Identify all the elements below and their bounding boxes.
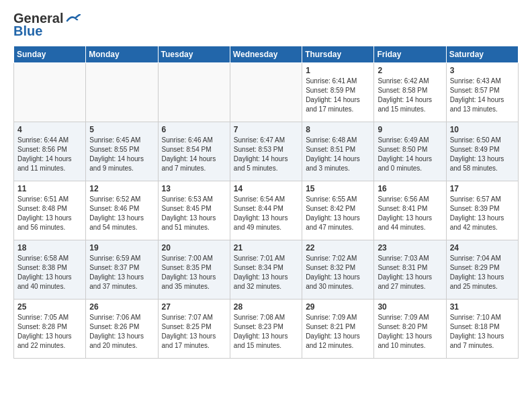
calendar-cell: 28Sunrise: 7:08 AMSunset: 8:23 PMDayligh… bbox=[230, 300, 302, 359]
calendar-cell: 18Sunrise: 6:58 AMSunset: 8:38 PMDayligh… bbox=[14, 240, 86, 300]
day-info: Sunrise: 7:01 AMSunset: 8:34 PMDaylight:… bbox=[234, 254, 298, 291]
calendar-week-row: 25Sunrise: 7:05 AMSunset: 8:28 PMDayligh… bbox=[14, 300, 519, 359]
calendar-cell: 3Sunrise: 6:43 AMSunset: 8:57 PMDaylight… bbox=[446, 63, 518, 122]
weekday-header-row: SundayMondayTuesdayWednesdayThursdayFrid… bbox=[14, 46, 519, 63]
day-number: 24 bbox=[450, 243, 515, 253]
day-number: 4 bbox=[17, 125, 82, 134]
day-number: 7 bbox=[234, 125, 298, 134]
day-number: 14 bbox=[234, 184, 298, 193]
calendar-week-row: 11Sunrise: 6:51 AMSunset: 8:48 PMDayligh… bbox=[14, 181, 519, 240]
calendar-cell: 2Sunrise: 6:42 AMSunset: 8:58 PMDaylight… bbox=[374, 63, 446, 122]
calendar-cell: 26Sunrise: 7:06 AMSunset: 8:26 PMDayligh… bbox=[86, 300, 158, 359]
day-info: Sunrise: 7:09 AMSunset: 8:20 PMDaylight:… bbox=[378, 313, 442, 351]
day-number: 29 bbox=[306, 302, 370, 312]
day-number: 26 bbox=[89, 302, 154, 312]
page-header: General Blue bbox=[13, 11, 519, 39]
day-number: 3 bbox=[450, 66, 515, 75]
day-info: Sunrise: 6:57 AMSunset: 8:39 PMDaylight:… bbox=[450, 195, 515, 232]
calendar-cell: 31Sunrise: 7:10 AMSunset: 8:18 PMDayligh… bbox=[446, 300, 518, 359]
day-number: 12 bbox=[89, 184, 154, 193]
day-number: 19 bbox=[89, 243, 154, 253]
day-info: Sunrise: 7:06 AMSunset: 8:26 PMDaylight:… bbox=[89, 313, 154, 351]
calendar-week-row: 1Sunrise: 6:41 AMSunset: 8:59 PMDaylight… bbox=[14, 63, 519, 122]
calendar-cell: 8Sunrise: 6:48 AMSunset: 8:51 PMDaylight… bbox=[302, 122, 374, 181]
weekday-header-friday: Friday bbox=[374, 46, 446, 63]
day-number: 21 bbox=[234, 243, 298, 253]
day-number: 25 bbox=[17, 302, 82, 312]
weekday-header-tuesday: Tuesday bbox=[158, 46, 230, 63]
weekday-header-thursday: Thursday bbox=[302, 46, 374, 63]
day-info: Sunrise: 7:08 AMSunset: 8:23 PMDaylight:… bbox=[234, 313, 298, 351]
calendar-cell: 5Sunrise: 6:45 AMSunset: 8:55 PMDaylight… bbox=[86, 122, 158, 181]
calendar-cell: 9Sunrise: 6:49 AMSunset: 8:50 PMDaylight… bbox=[374, 122, 446, 181]
day-number: 22 bbox=[306, 243, 370, 253]
day-info: Sunrise: 7:00 AMSunset: 8:35 PMDaylight:… bbox=[162, 254, 226, 291]
day-info: Sunrise: 6:59 AMSunset: 8:37 PMDaylight:… bbox=[89, 254, 154, 291]
calendar-cell: 21Sunrise: 7:01 AMSunset: 8:34 PMDayligh… bbox=[230, 240, 302, 300]
calendar-cell: 29Sunrise: 7:09 AMSunset: 8:21 PMDayligh… bbox=[302, 300, 374, 359]
day-info: Sunrise: 6:49 AMSunset: 8:50 PMDaylight:… bbox=[378, 136, 442, 173]
calendar-cell: 25Sunrise: 7:05 AMSunset: 8:28 PMDayligh… bbox=[14, 300, 86, 359]
weekday-header-saturday: Saturday bbox=[446, 46, 518, 63]
calendar-cell: 20Sunrise: 7:00 AMSunset: 8:35 PMDayligh… bbox=[158, 240, 230, 300]
day-info: Sunrise: 7:04 AMSunset: 8:29 PMDaylight:… bbox=[450, 254, 515, 291]
day-number: 13 bbox=[162, 184, 226, 193]
weekday-header-monday: Monday bbox=[86, 46, 158, 63]
calendar-cell: 24Sunrise: 7:04 AMSunset: 8:29 PMDayligh… bbox=[446, 240, 518, 300]
day-number: 15 bbox=[306, 184, 370, 193]
day-info: Sunrise: 7:10 AMSunset: 8:18 PMDaylight:… bbox=[450, 313, 515, 351]
day-number: 5 bbox=[89, 125, 154, 134]
day-info: Sunrise: 7:03 AMSunset: 8:31 PMDaylight:… bbox=[378, 254, 442, 291]
calendar-cell bbox=[158, 63, 230, 122]
calendar-week-row: 18Sunrise: 6:58 AMSunset: 8:38 PMDayligh… bbox=[14, 240, 519, 300]
calendar-cell: 10Sunrise: 6:50 AMSunset: 8:49 PMDayligh… bbox=[446, 122, 518, 181]
day-info: Sunrise: 6:52 AMSunset: 8:46 PMDaylight:… bbox=[89, 195, 154, 232]
day-info: Sunrise: 7:07 AMSunset: 8:25 PMDaylight:… bbox=[162, 313, 226, 351]
day-info: Sunrise: 6:50 AMSunset: 8:49 PMDaylight:… bbox=[450, 136, 515, 173]
day-info: Sunrise: 6:55 AMSunset: 8:42 PMDaylight:… bbox=[306, 195, 370, 232]
calendar-week-row: 4Sunrise: 6:44 AMSunset: 8:56 PMDaylight… bbox=[14, 122, 519, 181]
day-info: Sunrise: 6:58 AMSunset: 8:38 PMDaylight:… bbox=[17, 254, 82, 291]
calendar-cell: 12Sunrise: 6:52 AMSunset: 8:46 PMDayligh… bbox=[86, 181, 158, 240]
calendar-cell bbox=[14, 63, 86, 122]
day-number: 2 bbox=[378, 66, 442, 75]
day-number: 20 bbox=[162, 243, 226, 253]
logo: General Blue bbox=[13, 11, 81, 39]
calendar-cell: 15Sunrise: 6:55 AMSunset: 8:42 PMDayligh… bbox=[302, 181, 374, 240]
day-info: Sunrise: 6:43 AMSunset: 8:57 PMDaylight:… bbox=[450, 77, 515, 114]
calendar-cell: 22Sunrise: 7:02 AMSunset: 8:32 PMDayligh… bbox=[302, 240, 374, 300]
day-number: 10 bbox=[450, 125, 515, 134]
calendar-cell: 7Sunrise: 6:47 AMSunset: 8:53 PMDaylight… bbox=[230, 122, 302, 181]
day-number: 18 bbox=[17, 243, 82, 253]
calendar-cell: 14Sunrise: 6:54 AMSunset: 8:44 PMDayligh… bbox=[230, 181, 302, 240]
day-info: Sunrise: 6:51 AMSunset: 8:48 PMDaylight:… bbox=[17, 195, 82, 232]
day-info: Sunrise: 6:53 AMSunset: 8:45 PMDaylight:… bbox=[162, 195, 226, 232]
calendar-cell: 27Sunrise: 7:07 AMSunset: 8:25 PMDayligh… bbox=[158, 300, 230, 359]
day-number: 30 bbox=[378, 302, 442, 312]
day-info: Sunrise: 6:44 AMSunset: 8:56 PMDaylight:… bbox=[17, 136, 82, 173]
day-number: 1 bbox=[306, 66, 370, 75]
day-number: 27 bbox=[162, 302, 226, 312]
day-number: 28 bbox=[234, 302, 298, 312]
day-number: 8 bbox=[306, 125, 370, 134]
calendar-table: SundayMondayTuesdayWednesdayThursdayFrid… bbox=[13, 46, 519, 359]
day-number: 16 bbox=[378, 184, 442, 193]
logo-blue: Blue bbox=[13, 24, 42, 39]
calendar-cell: 30Sunrise: 7:09 AMSunset: 8:20 PMDayligh… bbox=[374, 300, 446, 359]
day-info: Sunrise: 7:09 AMSunset: 8:21 PMDaylight:… bbox=[306, 313, 370, 351]
day-number: 17 bbox=[450, 184, 515, 193]
day-info: Sunrise: 7:05 AMSunset: 8:28 PMDaylight:… bbox=[17, 313, 82, 351]
calendar-cell: 4Sunrise: 6:44 AMSunset: 8:56 PMDaylight… bbox=[14, 122, 86, 181]
calendar-cell: 11Sunrise: 6:51 AMSunset: 8:48 PMDayligh… bbox=[14, 181, 86, 240]
day-number: 9 bbox=[378, 125, 442, 134]
day-number: 31 bbox=[450, 302, 515, 312]
day-info: Sunrise: 7:02 AMSunset: 8:32 PMDaylight:… bbox=[306, 254, 370, 291]
calendar-cell: 17Sunrise: 6:57 AMSunset: 8:39 PMDayligh… bbox=[446, 181, 518, 240]
day-info: Sunrise: 6:46 AMSunset: 8:54 PMDaylight:… bbox=[162, 136, 226, 173]
calendar-cell: 16Sunrise: 6:56 AMSunset: 8:41 PMDayligh… bbox=[374, 181, 446, 240]
day-info: Sunrise: 6:48 AMSunset: 8:51 PMDaylight:… bbox=[306, 136, 370, 173]
day-number: 6 bbox=[162, 125, 226, 134]
calendar-cell: 19Sunrise: 6:59 AMSunset: 8:37 PMDayligh… bbox=[86, 240, 158, 300]
weekday-header-sunday: Sunday bbox=[14, 46, 86, 63]
day-info: Sunrise: 6:45 AMSunset: 8:55 PMDaylight:… bbox=[89, 136, 154, 173]
